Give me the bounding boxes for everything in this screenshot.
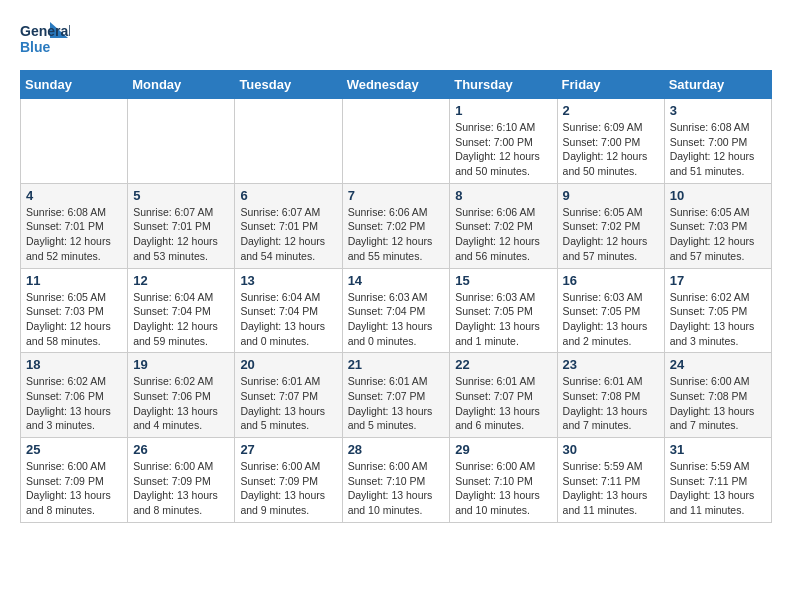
calendar-cell: 1Sunrise: 6:10 AM Sunset: 7:00 PM Daylig…: [450, 99, 557, 184]
day-number: 7: [348, 188, 445, 203]
day-number: 16: [563, 273, 659, 288]
calendar-cell: 23Sunrise: 6:01 AM Sunset: 7:08 PM Dayli…: [557, 353, 664, 438]
calendar-cell: 9Sunrise: 6:05 AM Sunset: 7:02 PM Daylig…: [557, 183, 664, 268]
day-info: Sunrise: 6:04 AM Sunset: 7:04 PM Dayligh…: [133, 290, 229, 349]
calendar-cell: 26Sunrise: 6:00 AM Sunset: 7:09 PM Dayli…: [128, 438, 235, 523]
day-header-wednesday: Wednesday: [342, 71, 450, 99]
day-info: Sunrise: 6:05 AM Sunset: 7:02 PM Dayligh…: [563, 205, 659, 264]
day-header-monday: Monday: [128, 71, 235, 99]
day-number: 30: [563, 442, 659, 457]
header: GeneralBlue: [20, 20, 772, 60]
day-number: 26: [133, 442, 229, 457]
day-info: Sunrise: 5:59 AM Sunset: 7:11 PM Dayligh…: [670, 459, 766, 518]
calendar-cell: 13Sunrise: 6:04 AM Sunset: 7:04 PM Dayli…: [235, 268, 342, 353]
calendar-cell: 22Sunrise: 6:01 AM Sunset: 7:07 PM Dayli…: [450, 353, 557, 438]
day-info: Sunrise: 6:03 AM Sunset: 7:05 PM Dayligh…: [455, 290, 551, 349]
calendar-cell: 31Sunrise: 5:59 AM Sunset: 7:11 PM Dayli…: [664, 438, 771, 523]
day-number: 19: [133, 357, 229, 372]
day-number: 21: [348, 357, 445, 372]
calendar-cell: 16Sunrise: 6:03 AM Sunset: 7:05 PM Dayli…: [557, 268, 664, 353]
day-info: Sunrise: 6:00 AM Sunset: 7:10 PM Dayligh…: [348, 459, 445, 518]
day-number: 9: [563, 188, 659, 203]
day-number: 2: [563, 103, 659, 118]
day-info: Sunrise: 6:00 AM Sunset: 7:09 PM Dayligh…: [26, 459, 122, 518]
logo: GeneralBlue: [20, 20, 70, 60]
calendar-cell: 28Sunrise: 6:00 AM Sunset: 7:10 PM Dayli…: [342, 438, 450, 523]
day-info: Sunrise: 6:07 AM Sunset: 7:01 PM Dayligh…: [240, 205, 336, 264]
day-number: 31: [670, 442, 766, 457]
calendar-cell: 29Sunrise: 6:00 AM Sunset: 7:10 PM Dayli…: [450, 438, 557, 523]
svg-text:General: General: [20, 23, 70, 39]
day-info: Sunrise: 6:00 AM Sunset: 7:10 PM Dayligh…: [455, 459, 551, 518]
calendar-cell: [128, 99, 235, 184]
day-number: 4: [26, 188, 122, 203]
day-info: Sunrise: 6:05 AM Sunset: 7:03 PM Dayligh…: [26, 290, 122, 349]
calendar-header-row: SundayMondayTuesdayWednesdayThursdayFrid…: [21, 71, 772, 99]
calendar-cell: 10Sunrise: 6:05 AM Sunset: 7:03 PM Dayli…: [664, 183, 771, 268]
day-info: Sunrise: 6:10 AM Sunset: 7:00 PM Dayligh…: [455, 120, 551, 179]
day-number: 27: [240, 442, 336, 457]
day-number: 17: [670, 273, 766, 288]
day-header-saturday: Saturday: [664, 71, 771, 99]
calendar-cell: 11Sunrise: 6:05 AM Sunset: 7:03 PM Dayli…: [21, 268, 128, 353]
day-header-friday: Friday: [557, 71, 664, 99]
day-info: Sunrise: 6:09 AM Sunset: 7:00 PM Dayligh…: [563, 120, 659, 179]
day-number: 28: [348, 442, 445, 457]
day-info: Sunrise: 6:01 AM Sunset: 7:08 PM Dayligh…: [563, 374, 659, 433]
calendar-cell: 30Sunrise: 5:59 AM Sunset: 7:11 PM Dayli…: [557, 438, 664, 523]
day-number: 15: [455, 273, 551, 288]
calendar-cell: [21, 99, 128, 184]
calendar: SundayMondayTuesdayWednesdayThursdayFrid…: [20, 70, 772, 523]
calendar-cell: 12Sunrise: 6:04 AM Sunset: 7:04 PM Dayli…: [128, 268, 235, 353]
day-number: 18: [26, 357, 122, 372]
calendar-cell: 4Sunrise: 6:08 AM Sunset: 7:01 PM Daylig…: [21, 183, 128, 268]
day-info: Sunrise: 6:01 AM Sunset: 7:07 PM Dayligh…: [240, 374, 336, 433]
day-number: 5: [133, 188, 229, 203]
day-info: Sunrise: 6:00 AM Sunset: 7:08 PM Dayligh…: [670, 374, 766, 433]
day-header-tuesday: Tuesday: [235, 71, 342, 99]
calendar-cell: 17Sunrise: 6:02 AM Sunset: 7:05 PM Dayli…: [664, 268, 771, 353]
day-info: Sunrise: 6:08 AM Sunset: 7:00 PM Dayligh…: [670, 120, 766, 179]
calendar-cell: 2Sunrise: 6:09 AM Sunset: 7:00 PM Daylig…: [557, 99, 664, 184]
week-row-1: 1Sunrise: 6:10 AM Sunset: 7:00 PM Daylig…: [21, 99, 772, 184]
day-info: Sunrise: 6:01 AM Sunset: 7:07 PM Dayligh…: [455, 374, 551, 433]
calendar-cell: [342, 99, 450, 184]
day-info: Sunrise: 6:03 AM Sunset: 7:05 PM Dayligh…: [563, 290, 659, 349]
day-info: Sunrise: 6:06 AM Sunset: 7:02 PM Dayligh…: [348, 205, 445, 264]
day-number: 25: [26, 442, 122, 457]
svg-text:Blue: Blue: [20, 39, 51, 55]
day-number: 24: [670, 357, 766, 372]
day-info: Sunrise: 6:00 AM Sunset: 7:09 PM Dayligh…: [240, 459, 336, 518]
day-number: 1: [455, 103, 551, 118]
calendar-cell: 8Sunrise: 6:06 AM Sunset: 7:02 PM Daylig…: [450, 183, 557, 268]
day-number: 23: [563, 357, 659, 372]
day-number: 8: [455, 188, 551, 203]
day-header-sunday: Sunday: [21, 71, 128, 99]
day-number: 6: [240, 188, 336, 203]
day-info: Sunrise: 6:04 AM Sunset: 7:04 PM Dayligh…: [240, 290, 336, 349]
day-info: Sunrise: 6:05 AM Sunset: 7:03 PM Dayligh…: [670, 205, 766, 264]
day-number: 13: [240, 273, 336, 288]
week-row-4: 18Sunrise: 6:02 AM Sunset: 7:06 PM Dayli…: [21, 353, 772, 438]
calendar-cell: 6Sunrise: 6:07 AM Sunset: 7:01 PM Daylig…: [235, 183, 342, 268]
calendar-cell: 19Sunrise: 6:02 AM Sunset: 7:06 PM Dayli…: [128, 353, 235, 438]
calendar-cell: 21Sunrise: 6:01 AM Sunset: 7:07 PM Dayli…: [342, 353, 450, 438]
calendar-cell: 3Sunrise: 6:08 AM Sunset: 7:00 PM Daylig…: [664, 99, 771, 184]
day-info: Sunrise: 6:02 AM Sunset: 7:06 PM Dayligh…: [26, 374, 122, 433]
week-row-2: 4Sunrise: 6:08 AM Sunset: 7:01 PM Daylig…: [21, 183, 772, 268]
calendar-cell: 5Sunrise: 6:07 AM Sunset: 7:01 PM Daylig…: [128, 183, 235, 268]
calendar-cell: 25Sunrise: 6:00 AM Sunset: 7:09 PM Dayli…: [21, 438, 128, 523]
day-info: Sunrise: 6:06 AM Sunset: 7:02 PM Dayligh…: [455, 205, 551, 264]
day-number: 12: [133, 273, 229, 288]
day-info: Sunrise: 6:00 AM Sunset: 7:09 PM Dayligh…: [133, 459, 229, 518]
calendar-cell: 7Sunrise: 6:06 AM Sunset: 7:02 PM Daylig…: [342, 183, 450, 268]
day-number: 22: [455, 357, 551, 372]
day-number: 20: [240, 357, 336, 372]
week-row-3: 11Sunrise: 6:05 AM Sunset: 7:03 PM Dayli…: [21, 268, 772, 353]
day-info: Sunrise: 6:07 AM Sunset: 7:01 PM Dayligh…: [133, 205, 229, 264]
day-info: Sunrise: 6:01 AM Sunset: 7:07 PM Dayligh…: [348, 374, 445, 433]
day-info: Sunrise: 6:02 AM Sunset: 7:05 PM Dayligh…: [670, 290, 766, 349]
calendar-cell: 20Sunrise: 6:01 AM Sunset: 7:07 PM Dayli…: [235, 353, 342, 438]
day-number: 11: [26, 273, 122, 288]
day-number: 3: [670, 103, 766, 118]
